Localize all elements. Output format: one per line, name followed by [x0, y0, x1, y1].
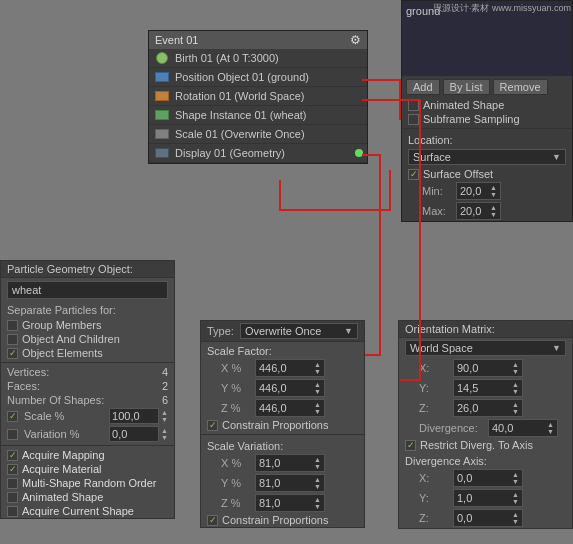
oz-spinner[interactable]: 26,0 ▲▼ [453, 399, 523, 417]
vy-row: Y % 81,0 ▲▼ [201, 473, 364, 493]
scale-panel-title: Type: Overwrite Once ▼ [201, 321, 364, 342]
sz-spinner[interactable]: 446,0 ▲▼ [255, 399, 325, 417]
event-settings-icon[interactable]: ⚙ [350, 33, 361, 47]
sx-label: X % [221, 362, 251, 374]
acquire-current-row: Acquire Current Shape [1, 504, 174, 518]
scale-pct-input[interactable] [109, 408, 159, 424]
vz-row: Z % 81,0 ▲▼ [201, 493, 364, 513]
scale-panel: Type: Overwrite Once ▼ Scale Factor: X %… [200, 320, 365, 528]
ay-row: Y: 1,0 ▲▼ [399, 488, 572, 508]
position-icon [153, 70, 171, 84]
divergence-spinner[interactable]: 40,0 ▲▼ [488, 419, 558, 437]
event-item-scale[interactable]: Scale 01 (Overwrite Once) [149, 125, 367, 144]
az-spinner[interactable]: 0,0 ▲▼ [453, 509, 523, 527]
oy-spinner[interactable]: 14,5 ▲▼ [453, 379, 523, 397]
scale-pct-checkbox[interactable] [7, 411, 18, 422]
birth-icon [153, 51, 171, 65]
acquire-material-label: Acquire Material [22, 463, 101, 475]
scale-pct-arrows: ▲▼ [161, 409, 168, 423]
restrict-checkbox[interactable] [405, 440, 416, 451]
location-dropdown[interactable]: Surface ▼ [408, 149, 566, 165]
vx-spinner[interactable]: 81,0 ▲▼ [255, 454, 325, 472]
variation-pct-input[interactable] [109, 426, 159, 442]
sy-spinner[interactable]: 446,0 ▲▼ [255, 379, 325, 397]
ox-spinner[interactable]: 90,0 ▲▼ [453, 359, 523, 377]
min-spinner[interactable]: 20,0 ▲▼ [456, 182, 501, 200]
by-list-button[interactable]: By List [443, 79, 490, 95]
event-item-shape[interactable]: Shape Instance 01 (wheat) [149, 106, 367, 125]
acquire-mapping-checkbox[interactable] [7, 450, 18, 461]
sx-spinner[interactable]: 446,0 ▲▼ [255, 359, 325, 377]
divergence-arrows: ▲▼ [547, 421, 554, 435]
surface-offset-checkbox[interactable] [408, 169, 419, 180]
variation-pct-row: Variation % ▲▼ [1, 425, 174, 443]
type-dropdown[interactable]: Overwrite Once ▼ [240, 323, 358, 339]
ground-panel: ground Add By List Remove Animated Shape… [401, 0, 573, 222]
ax-spinner[interactable]: 0,0 ▲▼ [453, 469, 523, 487]
sx-row: X % 446,0 ▲▼ [201, 358, 364, 378]
scale-pct-label: Scale % [24, 410, 107, 422]
vx-row: X % 81,0 ▲▼ [201, 453, 364, 473]
animated-shape-checkbox[interactable] [408, 100, 419, 111]
min-label: Min: [422, 185, 452, 197]
sz-row: Z % 446,0 ▲▼ [201, 398, 364, 418]
animated-shape-row: Animated Shape [402, 98, 572, 112]
vz-spinner[interactable]: 81,0 ▲▼ [255, 494, 325, 512]
subframe-sampling-checkbox[interactable] [408, 114, 419, 125]
group-members-checkbox[interactable] [7, 320, 18, 331]
multi-shape-label: Multi-Shape Random Order [22, 477, 157, 489]
max-spinner[interactable]: 20,0 ▲▼ [456, 202, 501, 220]
multi-shape-checkbox[interactable] [7, 478, 18, 489]
object-elements-checkbox[interactable] [7, 348, 18, 359]
event-panel: Event 01 ⚙ Birth 01 (At 0 T:3000) Positi… [148, 30, 368, 164]
ay-value: 1,0 [457, 492, 472, 504]
event-item-shape-label: Shape Instance 01 (wheat) [175, 109, 306, 121]
oy-label: Y: [419, 382, 449, 394]
remove-button[interactable]: Remove [493, 79, 548, 95]
sz-arrows: ▲▼ [314, 401, 321, 415]
event-item-birth[interactable]: Birth 01 (At 0 T:3000) [149, 49, 367, 68]
acquire-material-checkbox[interactable] [7, 464, 18, 475]
variation-pct-label: Variation % [24, 428, 107, 440]
ox-label: X: [419, 362, 449, 374]
vy-spinner[interactable]: 81,0 ▲▼ [255, 474, 325, 492]
vx-label: X % [221, 457, 251, 469]
acquire-current-label: Acquire Current Shape [22, 505, 134, 517]
sz-value: 446,0 [259, 402, 287, 414]
sz-label: Z % [221, 402, 251, 414]
world-space-value: World Space [410, 342, 473, 354]
add-button[interactable]: Add [406, 79, 440, 95]
event-item-rotation[interactable]: Rotation 01 (World Space) [149, 87, 367, 106]
event-item-position[interactable]: Position Object 01 (ground) [149, 68, 367, 87]
vertices-row: Vertices: 4 [1, 365, 174, 379]
acquire-mapping-label: Acquire Mapping [22, 449, 105, 461]
type-label: Type: [207, 325, 234, 337]
world-space-row: World Space ▼ [399, 338, 572, 358]
ay-spinner[interactable]: 1,0 ▲▼ [453, 489, 523, 507]
variation-pct-checkbox[interactable] [7, 429, 18, 440]
event-item-position-label: Position Object 01 (ground) [175, 71, 309, 83]
max-value: 20,0 [460, 205, 481, 217]
world-space-dropdown[interactable]: World Space ▼ [405, 340, 566, 356]
location-label: Location: [402, 131, 572, 147]
constrain-checkbox[interactable] [207, 420, 218, 431]
event-item-scale-label: Scale 01 (Overwrite Once) [175, 128, 305, 140]
oz-label: Z: [419, 402, 449, 414]
event-item-display[interactable]: Display 01 (Geometry) [149, 144, 367, 163]
vy-arrows: ▲▼ [314, 476, 321, 490]
ax-row: X: 0,0 ▲▼ [399, 468, 572, 488]
particle-panel: Particle Geometry Object: Separate Parti… [0, 260, 175, 519]
orient-panel-title: Orientation Matrix: [399, 321, 572, 338]
multi-shape-row: Multi-Shape Random Order [1, 476, 174, 490]
object-children-checkbox[interactable] [7, 334, 18, 345]
vz-arrows: ▲▼ [314, 496, 321, 510]
max-arrows: ▲▼ [490, 204, 497, 218]
constrain2-checkbox[interactable] [207, 515, 218, 526]
ax-arrows: ▲▼ [512, 471, 519, 485]
animated-shape-checkbox2[interactable] [7, 492, 18, 503]
acquire-current-checkbox[interactable] [7, 506, 18, 517]
vertices-label: Vertices: [7, 366, 148, 378]
location-dropdown-row: Surface ▼ [402, 147, 572, 167]
max-row: Max: 20,0 ▲▼ [402, 201, 572, 221]
wheat-input[interactable] [7, 281, 168, 299]
